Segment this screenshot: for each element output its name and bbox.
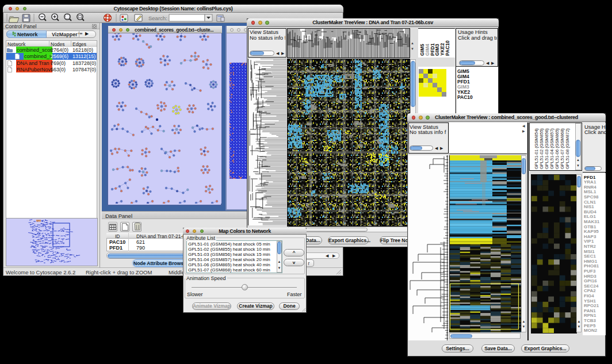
- svg-text:Search:: Search:: [148, 15, 167, 21]
